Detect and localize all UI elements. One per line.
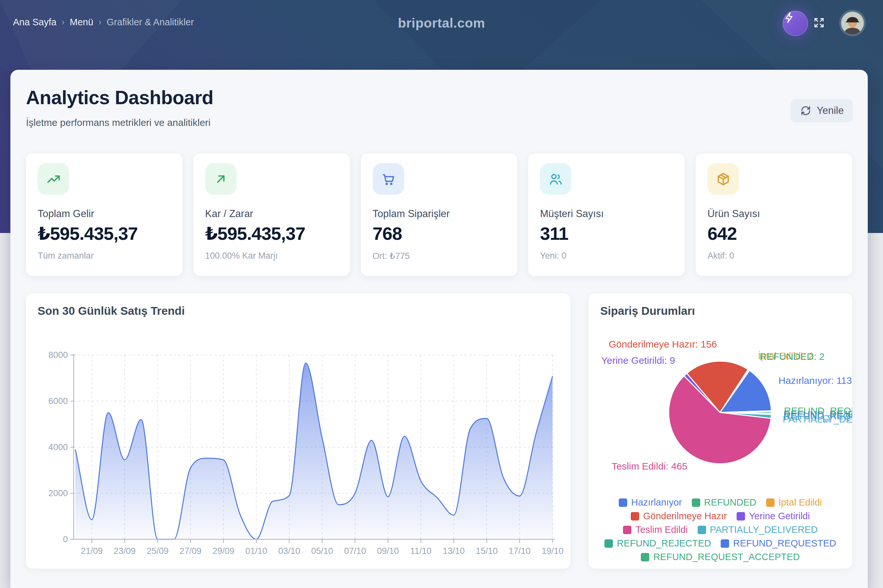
stat-subtext: 100.00% Kar Marjı: [205, 251, 278, 261]
legend-label: REFUNDED: [704, 497, 756, 508]
stat-card-total-revenue: Toplam Gelir ₺595.435,37 Tüm zamanlar: [26, 153, 182, 276]
x-axis-label: 07/10: [344, 546, 366, 556]
stat-card-profit-loss: Kar / Zarar ₺595.435,37 100.00% Kar Marj…: [194, 153, 350, 276]
pie-callout-label: PARTIALLY_DELIVERED: 9: [783, 414, 852, 425]
legend-row: HazırlanıyorREFUNDEDİptal Edildi: [589, 497, 852, 508]
legend-swatch: [631, 512, 639, 520]
main-content-panel: Analytics Dashboard İşletme performans m…: [11, 70, 868, 588]
stat-value: 768: [373, 223, 402, 244]
x-axis-label: 27/09: [180, 546, 201, 556]
legend-swatch: [737, 512, 745, 520]
legend-label: REFUND_REJECTED: [617, 538, 711, 549]
quick-actions-button[interactable]: [783, 11, 808, 36]
cart-icon: [373, 163, 404, 195]
x-axis-label: 01/10: [245, 546, 267, 556]
legend-label: Gönderilmeye Hazır: [643, 511, 727, 522]
users-icon: [540, 163, 571, 195]
stat-title: Kar / Zarar: [205, 208, 253, 220]
stat-card-customer-count: Müşteri Sayısı 311 Yeni: 0: [528, 153, 685, 276]
stat-title: Toplam Siparişler: [373, 208, 450, 220]
refresh-icon: [800, 105, 812, 117]
stat-value: ₺595.435,37: [38, 223, 138, 244]
pie-callout-label: Hazırlanıyor: 113: [778, 375, 852, 386]
pie-callout-label: REFUNDED: 2: [760, 351, 824, 362]
legend-row: Gönderilmeye HazırYerine Getirildi: [589, 511, 852, 522]
refresh-button-label: Yenile: [817, 105, 844, 117]
legend-label: PARTIALLY_DELIVERED: [710, 524, 818, 535]
legend-label: Teslim Edildi: [635, 524, 688, 535]
x-axis-label: 29/09: [212, 546, 234, 556]
sales-chart-title: Son 30 Günlük Satış Trendi: [38, 304, 185, 317]
orders-chart-title: Sipariş Durumları: [600, 304, 695, 317]
sales-trend-card: 0200040006000800021/0923/0925/0927/0929/…: [26, 293, 571, 568]
legend-swatch: [641, 553, 649, 561]
legend-swatch: [623, 526, 631, 534]
x-axis-label: 21/09: [81, 546, 103, 556]
x-axis-label: 03/10: [278, 546, 300, 556]
legend-swatch: [698, 526, 706, 534]
y-axis-label: 2000: [48, 488, 68, 498]
x-axis-label: 15/10: [476, 546, 498, 556]
stat-subtext: Yeni: 0: [540, 251, 566, 261]
lightning-icon: [783, 11, 796, 24]
legend-swatch: [604, 539, 613, 548]
legend-item-REFUND_REQUEST_ACCEPTED[interactable]: REFUND_REQUEST_ACCEPTED: [641, 552, 800, 562]
user-avatar[interactable]: [841, 12, 864, 34]
x-axis-label: 11/10: [410, 546, 432, 556]
x-axis-label: 09/10: [377, 546, 399, 556]
legend-row: REFUND_REQUEST_ACCEPTED: [589, 552, 852, 562]
legend-swatch: [619, 498, 627, 507]
stat-title: Müşteri Sayısı: [540, 208, 604, 220]
x-axis-label: 25/09: [147, 546, 169, 556]
x-axis-label: 23/09: [114, 546, 136, 556]
y-axis-label: 6000: [48, 396, 68, 406]
stats-row: Toplam Gelir ₺595.435,37 Tüm zamanlar Ka…: [26, 153, 852, 276]
x-axis-label: 19/10: [542, 546, 563, 556]
legend-item-PARTIALLY_DELIVERED[interactable]: PARTIALLY_DELIVERED: [698, 524, 818, 535]
y-axis-label: 4000: [48, 442, 68, 452]
legend-label: REFUND_REQUESTED: [733, 538, 836, 549]
legend-row: REFUND_REJECTEDREFUND_REQUESTED: [589, 538, 852, 549]
legend-item-REFUND_REQUESTED[interactable]: REFUND_REQUESTED: [721, 538, 836, 549]
y-axis-label: 8000: [48, 350, 68, 360]
stat-subtext: Ort: ₺775: [373, 251, 410, 261]
legend-item-Teslim Edildi[interactable]: Teslim Edildi: [623, 524, 688, 535]
refresh-button[interactable]: Yenile: [791, 99, 853, 122]
legend-row: Teslim EdildiPARTIALLY_DELIVERED: [589, 524, 852, 535]
legend-item-REFUNDED[interactable]: REFUNDED: [692, 497, 756, 508]
stat-value: 311: [540, 223, 568, 244]
stat-value: ₺595.435,37: [205, 223, 305, 244]
fullscreen-button[interactable]: [813, 16, 826, 30]
legend-label: Yerine Getirildi: [749, 511, 810, 522]
stat-subtext: Aktif: 0: [707, 251, 734, 261]
legend-label: İptal Edildi: [778, 497, 822, 508]
legend-item-Yerine Getirildi[interactable]: Yerine Getirildi: [737, 511, 810, 522]
legend-label: REFUND_REQUEST_ACCEPTED: [653, 552, 800, 562]
stat-title: Ürün Sayısı: [707, 208, 760, 220]
arrow-up-right-icon: [205, 163, 237, 195]
legend-item-Gönderilmeye Hazır[interactable]: Gönderilmeye Hazır: [631, 511, 727, 522]
legend-item-İptal Edildi[interactable]: İptal Edildi: [766, 497, 822, 508]
pie-callout-label: Teslim Edildi: 465: [611, 461, 687, 472]
legend-swatch: [766, 498, 775, 507]
stat-card-product-count: Ürün Sayısı 642 Aktif: 0: [696, 153, 852, 276]
fullscreen-icon: [813, 16, 825, 29]
trending-up-icon: [38, 163, 69, 195]
x-axis-label: 05/10: [311, 546, 333, 556]
stat-card-total-orders: Toplam Siparişler 768 Ort: ₺775: [361, 153, 518, 276]
legend-item-REFUND_REJECTED[interactable]: REFUND_REJECTED: [604, 538, 711, 549]
page-title: Analytics Dashboard: [26, 87, 213, 109]
legend-label: Hazırlanıyor: [631, 497, 682, 508]
legend-item-Hazırlanıyor[interactable]: Hazırlanıyor: [619, 497, 682, 508]
stat-subtext: Tüm zamanlar: [38, 251, 94, 261]
stat-title: Toplam Gelir: [38, 208, 94, 220]
x-axis-label: 17/10: [509, 546, 531, 556]
stat-value: 642: [707, 223, 737, 244]
page-subtitle: İşletme performans metrikleri ve analiti…: [26, 117, 211, 128]
sales-area-chart: 0200040006000800021/0923/0925/0927/0929/…: [26, 293, 571, 568]
x-axis-label: 13/10: [443, 546, 465, 556]
avatar-photo: [841, 12, 864, 34]
legend-swatch: [721, 539, 729, 548]
site-title: briportal.com: [0, 16, 883, 31]
pie-callout-label: Yerine Getirildi: 9: [601, 355, 675, 366]
